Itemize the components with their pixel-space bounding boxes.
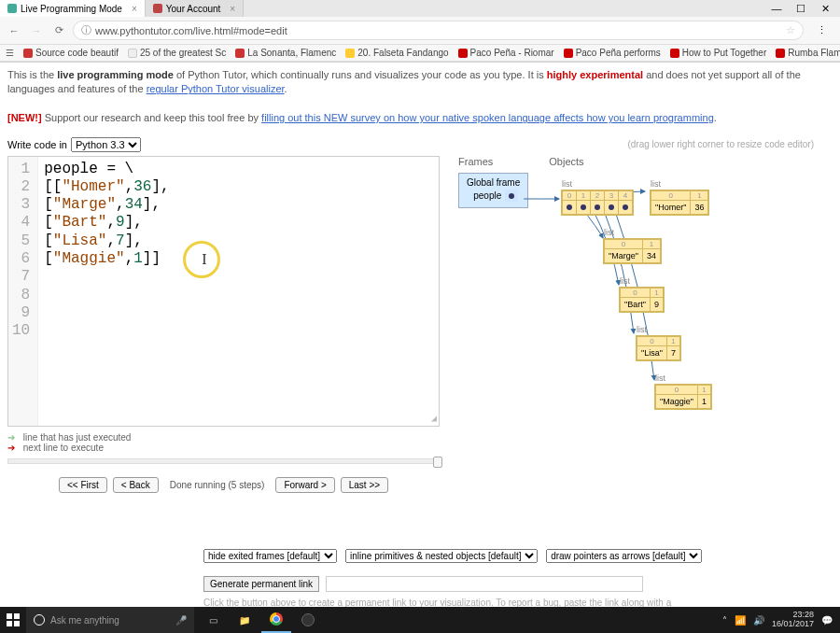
bookmark-item[interactable]: 25 of the greatest Sc: [128, 48, 226, 58]
last-button[interactable]: Last >>: [341, 477, 388, 493]
windows-taskbar: Ask me anything 🎤 ▭ 📁 ˄ 📶 🔊 23:28 16/01/…: [0, 607, 840, 633]
bookmark-item[interactable]: Paco Peña - Riomar: [458, 48, 554, 58]
maximize-button[interactable]: ☐: [793, 3, 808, 15]
bookmark-item[interactable]: Source code beautif: [23, 48, 119, 58]
list-index: 0: [563, 190, 577, 200]
cortana-search[interactable]: Ask me anything 🎤: [26, 607, 194, 633]
bookmark-item[interactable]: La Sonanta, Flamenc: [235, 48, 336, 58]
apps-icon[interactable]: ☰: [6, 48, 14, 58]
code-line: ["Lisa",7],: [44, 232, 169, 250]
visualization-panel: Frames Objects Global frame people: [458, 156, 584, 493]
arrow-icon: ➔: [7, 432, 21, 443]
bookmark-label: 25 of the greatest Sc: [140, 48, 226, 58]
sublist-box: list 01 "Maggie"1: [654, 384, 712, 410]
main-area: 1 2 3 4 5 6 7 8 9 10 people = \ [["Homer…: [7, 156, 833, 493]
permalink-input[interactable]: [326, 576, 643, 592]
notifications-icon[interactable]: 💬: [821, 615, 833, 626]
bookmarks-bar: ☰ Source code beautif 25 of the greatest…: [0, 45, 840, 62]
bookmark-icon: [776, 49, 785, 58]
folder-icon: 📁: [239, 615, 250, 626]
list-cell: 34: [642, 248, 660, 262]
intro-segment: This is the: [7, 69, 57, 80]
resize-handle[interactable]: ◢: [431, 413, 437, 424]
tab-close-icon[interactable]: ×: [132, 4, 137, 14]
step-status: Done running (5 steps): [170, 480, 265, 490]
wifi-icon[interactable]: 📶: [735, 615, 746, 626]
browser-tab-active[interactable]: Live Programming Mode ×: [0, 0, 146, 17]
bookmark-icon: [458, 49, 468, 58]
step-slider[interactable]: [7, 458, 440, 464]
line-number: 3: [12, 196, 30, 214]
back-button[interactable]: ←: [6, 25, 22, 36]
people-list-box: list 0 1 2 3 4: [561, 190, 634, 216]
intro-link[interactable]: regular Python Tutor visualizer: [147, 83, 285, 94]
forward-button[interactable]: Forward >: [275, 477, 334, 493]
star-icon[interactable]: ☆: [786, 24, 795, 36]
pointers-option-select[interactable]: draw pointers as arrows [default]: [546, 549, 702, 563]
start-button[interactable]: [0, 607, 26, 633]
reload-button[interactable]: ⟳: [50, 24, 67, 36]
intro-bold: live programming mode: [57, 69, 174, 80]
list-cell: "Bart": [621, 297, 651, 311]
bookmark-icon: [23, 49, 33, 58]
list-cell: "Homer": [651, 200, 691, 214]
sublist-box: list 01 "Homer"36: [650, 190, 709, 216]
viz-headers: Frames Objects: [458, 156, 584, 167]
task-view-button[interactable]: ▭: [198, 607, 228, 633]
obs-button[interactable]: [293, 607, 323, 633]
volume-icon[interactable]: 🔊: [753, 615, 764, 626]
editor-header: Write code in Python 3.3 (drag lower rig…: [7, 137, 833, 152]
obs-icon: [301, 613, 315, 626]
task-icons: ▭ 📁: [198, 607, 323, 633]
pointer-dot-icon: [567, 204, 572, 210]
tray-up-icon[interactable]: ˄: [722, 615, 727, 626]
taskview-icon: ▭: [209, 615, 217, 626]
intro-segment: of Python Tutor, which continually runs …: [174, 69, 547, 80]
minimize-button[interactable]: —: [769, 3, 784, 15]
first-button[interactable]: << First: [59, 477, 107, 493]
list-cell: "Maggie": [656, 394, 698, 408]
clock[interactable]: 23:28 16/01/2017: [772, 611, 814, 629]
frames-header: Frames: [458, 156, 493, 167]
back-button[interactable]: < Back: [113, 477, 159, 493]
new-label: [NEW!]: [7, 112, 42, 123]
chrome-button[interactable]: [261, 607, 291, 633]
slider-thumb[interactable]: [433, 457, 442, 468]
window-controls: — ☐ ✕: [769, 3, 840, 15]
list-index: 1: [666, 336, 679, 345]
pointer-dot-icon: [609, 204, 614, 210]
url-input[interactable]: ⓘ www.pythontutor.com/live.html#mode=edi…: [73, 21, 804, 40]
bottom-options: hide exited frames [default] inline prim…: [203, 549, 833, 608]
frames-option-select[interactable]: hide exited frames [default]: [203, 549, 337, 563]
bookmark-item[interactable]: Paco Peña performs: [564, 48, 661, 58]
bookmark-item[interactable]: 20. Falseta Fandango: [345, 48, 448, 58]
forward-button[interactable]: →: [28, 25, 45, 36]
browser-tab-inactive[interactable]: Your Account ×: [146, 0, 244, 17]
legend-text: next line to execute: [23, 443, 104, 453]
mic-icon[interactable]: 🎤: [175, 615, 187, 626]
line-number: 4: [12, 214, 30, 232]
list-cell: [577, 200, 591, 214]
intro-segment: Support our research and keep this tool …: [42, 112, 261, 123]
bookmark-icon: [128, 49, 137, 58]
list-index: 3: [605, 190, 619, 200]
file-explorer-button[interactable]: 📁: [230, 607, 259, 633]
code-line: ["Bart",9],: [44, 214, 169, 232]
primitives-option-select[interactable]: inline primitives & nested objects [defa…: [345, 549, 538, 563]
pointer-dot-icon: [595, 204, 600, 210]
bookmark-item[interactable]: How to Put Together: [670, 48, 766, 58]
tab-close-icon[interactable]: ×: [230, 4, 235, 14]
menu-button[interactable]: ⋮: [809, 24, 834, 36]
drag-hint: (drag lower right corner to resize code …: [627, 139, 814, 149]
code-editor[interactable]: 1 2 3 4 5 6 7 8 9 10 people = \ [["Homer…: [7, 156, 440, 427]
generate-link-button[interactable]: Generate permanent link: [203, 576, 319, 592]
language-select[interactable]: Python 3.3: [71, 137, 141, 152]
svg-rect-0: [7, 613, 12, 619]
list-index: 4: [619, 190, 633, 200]
list-index: 0: [651, 190, 691, 200]
survey-link[interactable]: filling out this NEW survey on how your …: [261, 112, 714, 123]
bookmark-item[interactable]: Rumba Flamenca: Ba: [776, 48, 840, 58]
code-body[interactable]: people = \ [["Homer",36], ["Marge",34], …: [38, 157, 175, 426]
execution-controls: << First < Back Done running (5 steps) F…: [7, 477, 440, 493]
close-button[interactable]: ✕: [818, 3, 833, 15]
